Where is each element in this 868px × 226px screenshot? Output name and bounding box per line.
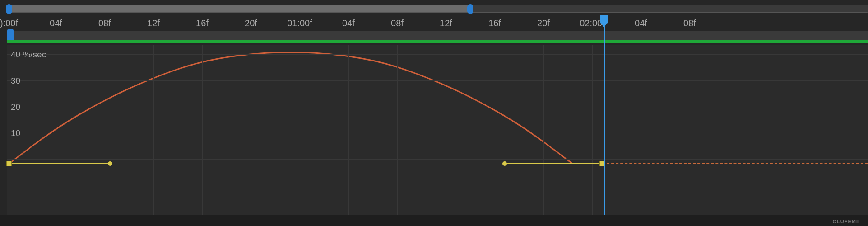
curve-extrapolation: [602, 163, 868, 164]
grid-line-vertical: [56, 45, 56, 215]
work-area-bar[interactable]: [7, 5, 868, 13]
time-ruler-tick: 08f: [391, 18, 404, 28]
y-axis-label: 30: [11, 76, 20, 86]
grid-line-vertical: [592, 45, 593, 215]
grid-line-vertical: [9, 45, 9, 215]
time-ruler-tick: 16f: [488, 18, 501, 28]
time-ruler-tick: ):00f: [0, 18, 18, 28]
time-ruler-tick: 04f: [342, 18, 355, 28]
grid-line-horizontal: [7, 159, 868, 160]
grid-line-vertical: [202, 45, 203, 215]
watermark-text: OLUFEMII: [832, 219, 860, 224]
y-axis-label: 10: [11, 128, 20, 138]
keyframe[interactable]: [599, 161, 605, 166]
grid-line-horizontal: [7, 54, 868, 55]
layer-duration-bar[interactable]: [7, 31, 868, 40]
grid-line-vertical: [348, 45, 349, 215]
time-ruler[interactable]: ):00f04f08f12f16f20f01:00f04f08f12f16f20…: [0, 15, 868, 29]
keyframe[interactable]: [6, 161, 12, 166]
bezier-handle-line[interactable]: [9, 163, 110, 164]
time-ruler-tick: 04f: [635, 18, 647, 28]
grid-line-horizontal: [7, 133, 868, 133]
time-ruler-tick: 12f: [147, 18, 160, 28]
grid-line-horizontal: [7, 107, 868, 107]
time-ruler-tick: 08f: [683, 18, 696, 28]
y-axis-label: 40 %/sec: [11, 50, 46, 60]
grid-line-vertical: [690, 45, 690, 215]
grid-line-vertical: [495, 45, 495, 215]
time-ruler-tick: 20f: [537, 18, 550, 28]
graph-editor[interactable]: 40 %/sec302010: [7, 45, 868, 215]
timeline-panel: ):00f04f08f12f16f20f01:00f04f08f12f16f20…: [0, 0, 868, 226]
bottom-toolbar: OLUFEMII: [0, 215, 868, 226]
bezier-handle-dot[interactable]: [502, 161, 507, 166]
work-area-fill: [8, 5, 469, 12]
work-area-start-handle[interactable]: [6, 4, 12, 14]
grid-line-vertical: [153, 45, 154, 215]
layer-color-bar: [7, 40, 868, 43]
grid-line-vertical: [105, 45, 105, 215]
time-ruler-tick: 04f: [50, 18, 62, 28]
grid-line-vertical: [543, 45, 544, 215]
time-ruler-tick: 20f: [245, 18, 257, 28]
bezier-handle-line[interactable]: [505, 163, 602, 164]
time-ruler-tick: 08f: [98, 18, 111, 28]
bezier-handle-dot[interactable]: [108, 161, 112, 166]
grid-line-vertical: [300, 45, 300, 215]
time-ruler-tick: 01:00f: [287, 18, 312, 28]
time-ruler-tick: 16f: [196, 18, 209, 28]
grid-line-vertical: [641, 45, 641, 215]
work-area-end-handle[interactable]: [467, 4, 473, 14]
grid-line-vertical: [397, 45, 398, 215]
grid-line-vertical: [251, 45, 251, 215]
grid-line-horizontal: [7, 80, 868, 81]
speed-curve: [7, 45, 868, 215]
y-axis-label: 20: [11, 102, 20, 112]
grid-line-vertical: [446, 45, 446, 215]
time-ruler-tick: 12f: [440, 18, 452, 28]
